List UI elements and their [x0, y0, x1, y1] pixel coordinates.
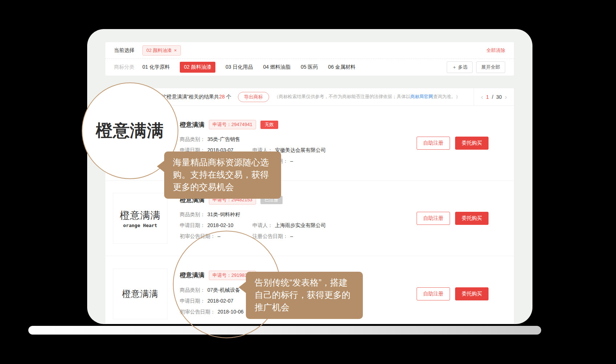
category-label: 商品类别： — [180, 211, 205, 217]
self-register-button[interactable]: 自助注册 — [417, 287, 450, 300]
tooltip-line: 购。支持在线交易，获得 — [173, 169, 275, 181]
current-selection-label: 当前选择 — [114, 47, 134, 54]
application-number-tag: 申请号：29474941 — [209, 120, 256, 129]
export-trademarks-button[interactable]: 导出商标 — [238, 92, 269, 102]
self-register-button[interactable]: 自助注册 — [417, 212, 450, 225]
category-row-label: 商标分类 — [114, 64, 134, 70]
category-tab-01[interactable]: 01 化学原料 — [142, 64, 170, 70]
reg-pub-value: – — [290, 233, 293, 239]
entrust-buy-button[interactable]: 委托购买 — [455, 137, 489, 150]
total-pages: 30 — [496, 94, 502, 100]
pagination: ‹ 1 / 30 › — [474, 88, 514, 105]
expand-all-button[interactable]: 展开全部 — [476, 61, 505, 73]
multi-select-button[interactable]: ＋ 多选 — [447, 61, 473, 73]
prev-page-icon[interactable]: ‹ — [481, 94, 483, 100]
thumbnail-text: 橙意满满 — [122, 288, 158, 300]
thumbnail-subtext: orange Heart — [123, 223, 157, 228]
tooltip-promotion: 告别传统“发表格”，搭建 自己的标行，获得更多的 推广机会 — [246, 272, 363, 319]
disclaimer-text: （商标检索结果仅供参考，不作为商标能否注册的法律依据；具体以商标局官网查询为准。… — [274, 94, 461, 100]
status-badge-invalid: 无效 — [260, 121, 278, 129]
thumbnail-text: 橙意满满 — [120, 209, 161, 222]
trademark-office-link[interactable]: 商标局官网 — [410, 94, 433, 99]
applicant-value: 安徽美达会展有限公司 — [275, 147, 326, 153]
laptop-base-bar — [28, 326, 541, 335]
reg-pub-label: 注册公告日期： — [252, 233, 288, 239]
category-tab-03[interactable]: 03 日化用品 — [226, 64, 253, 70]
category-tab-06[interactable]: 06 金属材料 — [328, 64, 355, 70]
tooltip-line: 海量精品商标资源随心选 — [173, 156, 275, 169]
entrust-buy-button[interactable]: 委托购买 — [455, 212, 489, 225]
applicant-value: 上海雨步实业有限公司 — [275, 222, 326, 228]
results-count: 28 — [219, 94, 225, 100]
category-tab-04[interactable]: 04 燃料油脂 — [263, 64, 290, 70]
category-value: 35类-广告销售 — [207, 136, 240, 142]
results-unit: 个 — [225, 94, 231, 100]
disclaimer-after-link: 查询为准。） — [433, 94, 460, 99]
current-page: 1 — [486, 94, 489, 100]
trademark-thumbnail-3[interactable]: 橙意满满 — [113, 268, 167, 319]
trademark-name: 橙意满满 — [180, 121, 204, 129]
category-value: 31类-饲料种籽 — [207, 211, 240, 217]
next-page-icon[interactable]: › — [505, 94, 507, 100]
selected-filter-chip[interactable]: 02 颜料油漆 × — [142, 45, 181, 56]
tooltip-marketplace: 海量精品商标资源随心选 购。支持在线交易，获得 更多的交易机会 — [164, 151, 281, 199]
current-selection-row: 当前选择 02 颜料油漆 × 全部清除 — [105, 42, 514, 59]
trademark-thumbnail-2[interactable]: 橙意满满 orange Heart — [113, 193, 167, 244]
remove-filter-icon[interactable]: × — [174, 48, 177, 53]
category-row: 商标分类 01 化学原料 02 颜料油漆 03 日化用品 04 燃料油脂 05 … — [105, 59, 514, 76]
tooltip-line: 自己的标行，获得更多的 — [255, 289, 356, 301]
category-tabs: 01 化学原料 02 颜料油漆 03 日化用品 04 燃料油脂 05 医药 06… — [142, 62, 356, 73]
application-number-label: 申请号： — [212, 122, 231, 127]
magnified-trademark-text: 橙意满满 — [96, 120, 164, 142]
application-number-value: 29474941 — [231, 122, 252, 127]
entrust-buy-button[interactable]: 委托购买 — [455, 287, 489, 300]
category-label: 商品类别： — [180, 136, 205, 142]
tooltip-line: 推广机会 — [255, 301, 356, 314]
tooltip-line: 告别传统“发表格”，搭建 — [255, 276, 356, 289]
applicant-label: 申请人： — [252, 222, 273, 228]
page-separator: / — [492, 94, 493, 100]
category-tab-05[interactable]: 05 医药 — [301, 64, 318, 70]
reg-pub-value: – — [290, 158, 293, 164]
filter-card: 当前选择 02 颜料油漆 × 全部清除 商标分类 01 化学原料 02 颜料油漆… — [105, 42, 514, 76]
tooltip-line: 更多的交易机会 — [173, 181, 275, 193]
disclaimer-before-link: （商标检索结果仅供参考，不作为商标能否注册的法律依据；具体以 — [274, 94, 410, 99]
tooltip-arrow-left-icon — [239, 281, 247, 294]
clear-all-button[interactable]: 全部清除 — [486, 47, 505, 54]
tooltip-arrow-left-icon — [157, 160, 165, 173]
apply-date-label: 申请日期： — [180, 222, 205, 228]
self-register-button[interactable]: 自助注册 — [417, 137, 450, 150]
apply-date-value: 2018-02-10 — [207, 222, 234, 228]
selected-filter-chip-label: 02 颜料油漆 — [146, 47, 172, 54]
category-tab-02-selected[interactable]: 02 颜料油漆 — [180, 62, 215, 73]
